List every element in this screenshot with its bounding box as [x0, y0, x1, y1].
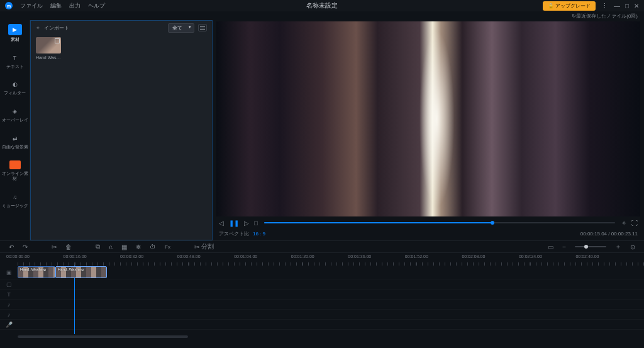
- cut-icon[interactable]: ✂: [52, 244, 57, 250]
- menu-output[interactable]: 出力: [69, 2, 80, 10]
- preview-panel: ◁ ❚❚ ▷ □ ✧ ⛶ アスペクト比 16 : 9 00:00:15.04 /…: [213, 20, 644, 240]
- import-label[interactable]: インポート: [44, 25, 69, 31]
- view-mode-toggle[interactable]: [198, 24, 207, 31]
- play-pause-icon[interactable]: ❚❚: [229, 220, 239, 227]
- timeline-scrollbar[interactable]: [0, 334, 644, 339]
- rail-media-label: 素材: [11, 37, 19, 42]
- recent-files-bar[interactable]: ↻最近保存したノァイル(0回): [0, 11, 644, 20]
- track-head-overlay[interactable]: ▢: [0, 279, 18, 289]
- rail-music[interactable]: ♫ ミュージック: [0, 193, 30, 208]
- preview-progress[interactable]: [264, 222, 615, 223]
- text-track[interactable]: T: [0, 289, 644, 300]
- music-icon: ♫: [11, 193, 19, 201]
- snapshot-icon[interactable]: ✧: [621, 220, 626, 227]
- rail-bgremove[interactable]: ⇄ 自由な背景素: [0, 134, 30, 150]
- menu-help[interactable]: ヘルプ: [88, 2, 105, 10]
- rail-filter[interactable]: ◐ フィルター: [0, 80, 30, 96]
- menu-file[interactable]: ファイル: [20, 2, 43, 10]
- zoom-out-icon[interactable]: −: [562, 244, 566, 250]
- overlay-track[interactable]: ▢: [0, 279, 644, 289]
- crop-icon[interactable]: ⧉: [96, 243, 100, 250]
- mosaic-icon[interactable]: ▦: [121, 244, 127, 250]
- text-icon: T: [11, 53, 19, 62]
- timeline-clip[interactable]: Hand_Washing: [55, 266, 107, 278]
- timeline-tracks: ▣ Hand_WashingHand_Washing ▢ T ♪ ♪ 🎤: [0, 266, 644, 334]
- audio-track-2[interactable]: ♪: [0, 310, 644, 320]
- aspect-value[interactable]: 16 : 9: [253, 231, 265, 237]
- media-panel: ✧ インポート 全て Hand Washi...: [30, 20, 213, 240]
- rail-text[interactable]: T テキスト: [0, 53, 30, 69]
- overlay-icon: ◈: [11, 107, 19, 116]
- timeline-clip[interactable]: Hand_Washing: [18, 266, 55, 278]
- rail-media[interactable]: ▶ 素材: [0, 24, 30, 42]
- voice-track[interactable]: 🎤: [0, 320, 644, 330]
- window-title: 名称未設定: [306, 1, 338, 10]
- prev-frame-icon[interactable]: ◁: [219, 220, 224, 227]
- upgrade-button[interactable]: 🔒 アップグレード: [543, 1, 596, 11]
- rail-overlay[interactable]: ◈ オーバーレイ: [0, 107, 30, 123]
- clip-label: Hand_Washing: [58, 267, 84, 271]
- delete-icon[interactable]: 🗑: [65, 244, 72, 250]
- ruler-tick: 00:00:00.00: [6, 254, 30, 259]
- undo-icon[interactable]: ↶: [9, 244, 14, 250]
- effect-icon[interactable]: Fx: [165, 244, 170, 250]
- video-track[interactable]: ▣ Hand_WashingHand_Washing: [0, 266, 644, 279]
- track-head-voice[interactable]: 🎤: [0, 320, 18, 329]
- app-logo: m: [5, 2, 13, 9]
- track-head-video[interactable]: ▣: [0, 266, 18, 279]
- preview-canvas[interactable]: [216, 21, 640, 216]
- preview-progress-fill: [264, 222, 492, 223]
- marker-icon[interactable]: ▭: [548, 244, 553, 250]
- timeline-scrollbar-thumb[interactable]: [18, 335, 188, 338]
- zoom-fit-icon[interactable]: ⊙: [630, 244, 635, 250]
- ruler-tick: 00:00:48.00: [177, 254, 201, 259]
- rail-text-label: テキスト: [6, 64, 24, 69]
- import-icon[interactable]: ✧: [36, 25, 40, 31]
- preview-progress-handle[interactable]: [491, 221, 494, 225]
- timeline: 00:00:00.0000:00:16.0000:00:32.0000:00:4…: [0, 253, 644, 339]
- zoom-handle[interactable]: [584, 245, 588, 249]
- ruler-tick: 00:02:08.00: [462, 254, 485, 259]
- media-icon: ▶: [13, 26, 17, 33]
- kebab-icon[interactable]: ⋮: [602, 3, 608, 9]
- bgremove-icon: ⇄: [11, 134, 19, 143]
- time-display: 00:00:15.04 / 00:00:23.11: [580, 231, 638, 237]
- split-button[interactable]: ✂ 分割: [194, 242, 214, 251]
- clip-label: Hand_Washing: [20, 267, 46, 271]
- menu-bar: ファイル 編集 出力 ヘルプ: [20, 2, 105, 10]
- fullscreen-icon[interactable]: ⛶: [631, 220, 638, 227]
- track-head-text[interactable]: T: [0, 289, 18, 299]
- redo-icon[interactable]: ↷: [23, 244, 28, 250]
- ruler-tick: 00:00:32.00: [120, 254, 143, 259]
- minimize-icon[interactable]: —: [614, 3, 620, 9]
- speed-icon[interactable]: ⏱: [150, 244, 156, 250]
- media-clip-name: Hand Washi...: [36, 55, 61, 60]
- track-head-audio2[interactable]: ♪: [0, 310, 18, 319]
- freeze-icon[interactable]: ❄: [136, 244, 141, 250]
- ruler-tick: 00:02:40.00: [575, 254, 599, 259]
- split-label: 分割: [201, 242, 214, 251]
- maximize-icon[interactable]: □: [625, 3, 629, 9]
- timeline-ruler[interactable]: 00:00:00.0000:00:16.0000:00:32.0000:00:4…: [0, 253, 644, 266]
- next-frame-icon[interactable]: ▷: [244, 220, 249, 227]
- title-bar: m ファイル 編集 出力 ヘルプ 名称未設定 🔒 アップグレード ⋮ — □ ✕: [0, 0, 644, 11]
- zoom-in-icon[interactable]: ＋: [615, 242, 621, 251]
- ruler-tick: 00:01:20.00: [291, 254, 314, 259]
- audio-track-1[interactable]: ♪: [0, 300, 644, 310]
- left-rail: ▶ 素材 T テキスト ◐ フィルター ◈ オーバーレイ ⇄ 自由な背景素 オン…: [0, 20, 30, 240]
- menu-edit[interactable]: 編集: [50, 2, 62, 10]
- close-icon[interactable]: ✕: [634, 3, 639, 9]
- stop-icon[interactable]: □: [254, 220, 258, 227]
- rail-overlay-label: オーバーレイ: [2, 118, 28, 123]
- filter-icon: ◐: [11, 80, 19, 89]
- track-head-audio1[interactable]: ♪: [0, 300, 18, 309]
- split-icon[interactable]: ⎌: [109, 244, 113, 250]
- zoom-slider[interactable]: [575, 246, 606, 247]
- ruler-tick: 00:01:36.00: [348, 254, 371, 259]
- media-filter-dropdown[interactable]: 全て: [168, 23, 194, 33]
- media-clip[interactable]: Hand Washi...: [36, 37, 61, 60]
- rail-filter-label: フィルター: [4, 91, 26, 96]
- ruler-tick: 00:01:52.00: [405, 254, 428, 259]
- aspect-label: アスペクト比: [219, 230, 249, 237]
- rail-online[interactable]: オンライン素材: [0, 160, 30, 181]
